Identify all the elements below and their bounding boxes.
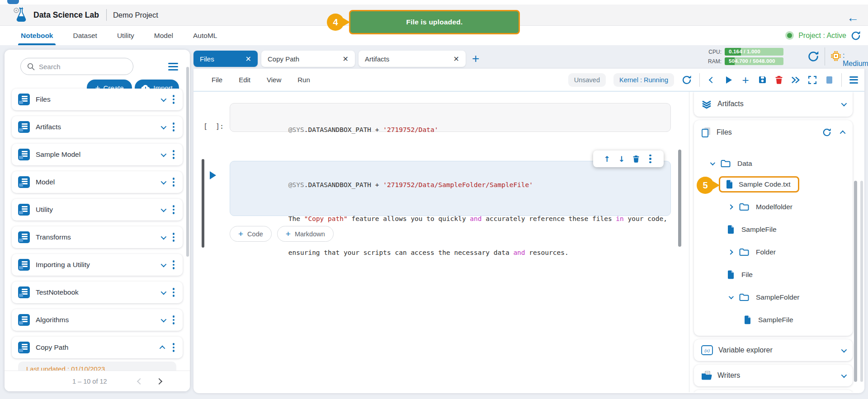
close-icon[interactable]: ✕ xyxy=(453,55,459,63)
sidebar-item-sample-model[interactable]: Sample Model xyxy=(12,144,183,165)
kebab-menu-icon[interactable] xyxy=(171,204,177,215)
new-tab-plus-icon[interactable]: + xyxy=(472,52,479,65)
collapse-left-icon[interactable] xyxy=(708,75,717,84)
chevron-down-icon[interactable] xyxy=(160,96,166,102)
move-cell-down-icon[interactable]: ↓ xyxy=(618,155,625,164)
kebab-menu-icon[interactable] xyxy=(171,315,177,325)
stop-kernel-icon[interactable] xyxy=(825,75,834,84)
chevron-down-icon[interactable] xyxy=(160,234,166,239)
doc-tab-artifacts[interactable]: Artifacts ✕ xyxy=(359,51,466,67)
tree-item-samplefile[interactable]: SampleFile xyxy=(694,221,853,239)
sidebar-item-copy-path[interactable]: Copy Path xyxy=(12,337,183,358)
menu-edit[interactable]: Edit xyxy=(239,76,250,84)
chevron-down-icon[interactable] xyxy=(160,178,166,184)
tree-item-data[interactable]: Data xyxy=(694,155,853,173)
menu-run[interactable]: Run xyxy=(297,76,310,84)
sidebar-item-algorithms[interactable]: Algorithms xyxy=(12,309,183,331)
kebab-menu-icon[interactable] xyxy=(171,342,177,353)
search-input[interactable] xyxy=(39,63,116,70)
menu-file[interactable]: File xyxy=(212,76,222,84)
notebook-scrollbar[interactable] xyxy=(678,150,681,247)
resources-refresh-icon[interactable] xyxy=(807,51,819,62)
sidebar-item-utility[interactable]: Utility xyxy=(12,199,183,221)
project-refresh-icon[interactable] xyxy=(851,31,861,41)
add-cell-icon[interactable]: + xyxy=(741,75,750,84)
kernel-refresh-icon[interactable] xyxy=(682,75,692,85)
kebab-menu-icon[interactable] xyxy=(171,287,177,298)
sidebar-menu-icon[interactable] xyxy=(168,63,178,70)
add-markdown-button[interactable]: +Markdown xyxy=(277,226,334,242)
delete-cell-icon[interactable] xyxy=(774,75,783,84)
back-arrow-icon[interactable]: ← xyxy=(847,12,859,24)
sidebar-scrollbar[interactable] xyxy=(186,67,189,257)
chevron-down-icon[interactable] xyxy=(160,151,166,157)
delete-cell-icon[interactable] xyxy=(633,155,639,163)
tree-item-folder[interactable]: Folder xyxy=(694,243,853,261)
run-cell-play-icon[interactable] xyxy=(210,171,216,179)
pagination-prev-icon[interactable] xyxy=(137,378,143,384)
chevron-down-icon[interactable] xyxy=(160,206,166,212)
kebab-menu-icon[interactable] xyxy=(171,122,177,132)
code-cell-1[interactable]: @SYS.DATASANDBOX_PATH + '2719752/Data' xyxy=(230,103,671,132)
files-section-header[interactable]: Files xyxy=(694,120,853,145)
tree-item-sample-code-txt[interactable]: 5 Sample Code.txt xyxy=(694,175,853,193)
sidebar-item-files[interactable]: Files xyxy=(12,89,183,110)
tree-item-file[interactable]: File xyxy=(694,266,853,284)
chevron-down-icon[interactable] xyxy=(160,123,166,129)
cell-kebab-menu-icon[interactable] xyxy=(647,154,653,164)
notebook-menu-icon[interactable] xyxy=(849,76,858,84)
highlight-box[interactable]: 5 Sample Code.txt xyxy=(719,176,799,192)
chevron-right-icon[interactable] xyxy=(728,204,733,209)
artifacts-section[interactable]: Artifacts xyxy=(694,92,853,117)
tree-item-modelfolder[interactable]: Modelfolder xyxy=(694,198,853,216)
chevron-down-icon[interactable] xyxy=(160,289,166,295)
run-cell-icon[interactable] xyxy=(724,75,733,84)
chevron-down-icon[interactable] xyxy=(729,294,734,299)
nav-tab-automl[interactable]: AutoML xyxy=(193,26,217,45)
nav-tab-dataset[interactable]: Dataset xyxy=(73,26,97,45)
run-all-icon[interactable] xyxy=(791,75,800,84)
kebab-menu-icon[interactable] xyxy=(171,149,177,160)
chevron-down-icon[interactable] xyxy=(841,347,847,352)
tree-item-samplefolder[interactable]: SampleFolder xyxy=(694,288,853,306)
chevron-right-icon[interactable] xyxy=(728,249,733,254)
kebab-menu-icon[interactable] xyxy=(171,94,177,105)
sidebar-item-importing-a-utility[interactable]: Importing a Utility xyxy=(12,254,183,276)
chevron-down-icon[interactable] xyxy=(841,100,847,106)
explorer-scrollbar[interactable] xyxy=(854,181,857,382)
sidebar-item-transforms[interactable]: Transforms xyxy=(12,226,183,248)
sidebar-item-testnotebook[interactable]: TestNotebook xyxy=(12,282,183,303)
kebab-menu-icon[interactable] xyxy=(171,259,177,270)
kebab-menu-icon[interactable] xyxy=(171,232,177,243)
chevron-down-icon[interactable] xyxy=(710,160,715,165)
fullscreen-icon[interactable] xyxy=(808,75,817,84)
kebab-menu-icon[interactable] xyxy=(171,177,177,188)
chevron-up-icon[interactable] xyxy=(159,345,165,351)
nav-tab-notebook[interactable]: Notebook xyxy=(21,26,53,45)
search-box[interactable] xyxy=(20,58,133,75)
nav-tab-model[interactable]: Model xyxy=(154,26,173,45)
chevron-down-icon[interactable] xyxy=(160,261,166,267)
close-icon[interactable]: ✕ xyxy=(343,55,349,63)
chevron-down-icon[interactable] xyxy=(160,316,166,322)
chevron-down-icon[interactable] xyxy=(841,372,847,378)
close-icon[interactable]: ✕ xyxy=(245,55,251,63)
add-code-button[interactable]: +Code xyxy=(230,226,272,242)
outer-scrollbar[interactable] xyxy=(860,181,863,382)
menu-view[interactable]: View xyxy=(267,76,281,84)
doc-tab-copy-path[interactable]: Copy Path ✕ xyxy=(261,51,355,67)
doc-tab-files[interactable]: Files ✕ xyxy=(193,51,258,67)
variable-explorer-section[interactable]: (x) Variable explorer xyxy=(694,339,853,361)
nav-tab-utility[interactable]: Utility xyxy=(117,26,134,45)
kernel-status-chip[interactable]: Kernel : Running xyxy=(613,73,674,87)
files-refresh-icon[interactable] xyxy=(822,128,831,137)
writers-section[interactable]: Writers xyxy=(694,365,853,386)
code-cell-2-selected[interactable]: @SYS.DATASANDBOX_PATH + '2719752/Data/Sa… xyxy=(230,161,671,216)
sidebar-item-artifacts[interactable]: Artifacts xyxy=(12,116,183,138)
pagination-next-icon[interactable] xyxy=(156,378,162,384)
tree-item-samplefile-nested[interactable]: SampleFile xyxy=(694,311,853,329)
sidebar-item-model[interactable]: Model xyxy=(12,171,183,193)
save-notebook-icon[interactable] xyxy=(758,75,767,84)
chevron-up-icon[interactable] xyxy=(840,130,846,136)
move-cell-up-icon[interactable]: ↑ xyxy=(604,155,610,164)
